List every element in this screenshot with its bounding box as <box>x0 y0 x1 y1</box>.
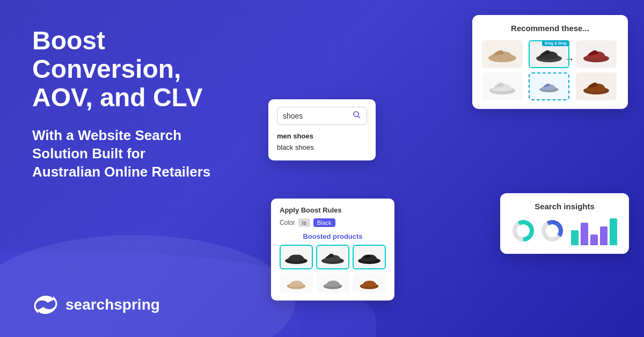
boosted-shoe-3 <box>353 245 386 269</box>
search-icon[interactable] <box>353 111 361 121</box>
search-input-row[interactable]: shoes <box>277 107 367 125</box>
more-shoe-3 <box>353 273 386 293</box>
subheadline: With a Website Search Solution Built for… <box>32 127 258 181</box>
boosted-products-grid <box>280 245 386 269</box>
drag-drop-badge: Drag & Drop <box>542 40 569 46</box>
subheadline-line1: With a Website Search <box>32 127 181 143</box>
suggestion-1[interactable]: men shoes <box>277 130 367 142</box>
background: Boost Conversion, AOV, and CLV With a We… <box>0 0 644 337</box>
boosted-shoe-1 <box>280 245 313 269</box>
shoe-thumb-red <box>576 40 617 68</box>
bar-chart <box>571 218 617 245</box>
shoe-thumb-white <box>482 72 523 100</box>
left-panel: Boost Conversion, AOV, and CLV With a We… <box>32 27 258 203</box>
headline-line1: Boost Conversion, <box>32 26 181 83</box>
subheadline-line2: Solution Built for <box>32 145 145 162</box>
boosted-shoe-2 <box>316 245 349 269</box>
headline-line2: AOV, and CLV <box>32 83 202 112</box>
rule-value: Black <box>313 218 335 227</box>
shoe-thumb-brown <box>576 72 617 100</box>
headline: Boost Conversion, AOV, and CLV <box>32 27 258 112</box>
donut-chart-2 <box>540 218 565 245</box>
donut-chart-1 <box>511 218 536 245</box>
search-input-value: shoes <box>283 112 353 120</box>
insights-title: Search insights <box>511 202 618 211</box>
insights-card: Search insights <box>500 193 629 254</box>
more-shoes-row <box>280 273 386 293</box>
searchspring-logo-icon <box>32 294 59 316</box>
boosted-products-title: Boosted products <box>280 232 386 240</box>
boost-rule-row: Color is Black <box>280 218 386 227</box>
swap-arrow: → <box>565 54 574 65</box>
bar <box>600 226 608 245</box>
svg-line-1 <box>358 116 360 118</box>
shoe-thumb-dark-selected[interactable]: Drag & Drop <box>529 40 569 68</box>
search-card: shoes men shoes black shoes <box>268 99 376 160</box>
logo-text: searchspring <box>65 296 160 313</box>
bar <box>610 218 617 245</box>
suggestion-2[interactable]: black shoes <box>277 142 367 153</box>
boost-card: Apply Boost Rules Color is Black Boosted… <box>271 199 394 301</box>
recommend-card: Recommend these... Drag & Drop <box>472 15 628 109</box>
bar <box>581 223 588 245</box>
more-shoe-2 <box>316 273 349 293</box>
boost-rules-title: Apply Boost Rules <box>280 206 386 214</box>
insights-visuals <box>511 218 618 245</box>
bar <box>590 235 598 245</box>
recommend-title: Recommend these... <box>482 24 618 33</box>
donut-group <box>511 218 565 245</box>
subheadline-line3: Australian Online Retailers <box>32 164 210 180</box>
shoe-thumb-dashed[interactable] <box>529 72 569 100</box>
more-shoe-1 <box>280 273 313 293</box>
bar <box>571 230 579 245</box>
recommend-grid: Drag & Drop <box>482 40 618 100</box>
rule-attribute: Color <box>280 219 295 226</box>
svg-point-0 <box>354 112 358 116</box>
shoe-thumb-tan <box>482 40 523 68</box>
rule-operator: is <box>298 218 310 227</box>
logo-area: searchspring <box>32 294 160 316</box>
